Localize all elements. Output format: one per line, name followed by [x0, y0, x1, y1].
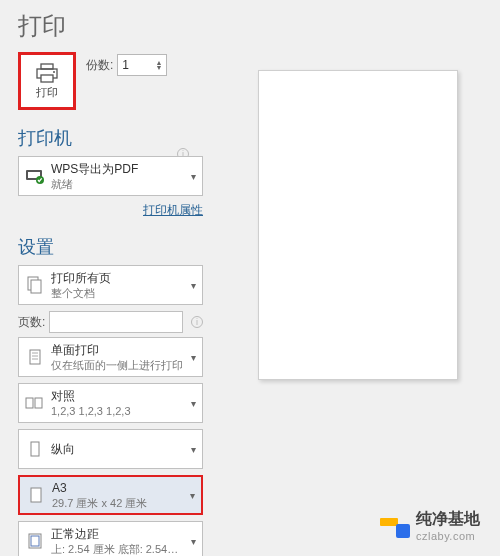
- copies-label: 份数:: [86, 57, 113, 74]
- chevron-down-icon: ▾: [184, 171, 202, 182]
- watermark-text: 纯净基地: [416, 509, 480, 530]
- print-button-label: 打印: [36, 85, 58, 100]
- svg-point-3: [53, 71, 55, 73]
- printer-name: WPS导出为PDF: [51, 162, 184, 177]
- chevron-down-icon: ▾: [183, 490, 201, 501]
- watermark-url: czlaby.com: [416, 530, 480, 542]
- paper-sub: 29.7 厘米 x 42 厘米: [52, 496, 183, 510]
- svg-rect-2: [41, 75, 53, 82]
- orientation-select[interactable]: 纵向 ▾: [18, 429, 203, 469]
- paper-icon: [20, 485, 52, 505]
- printer-section-title: 打印机: [18, 126, 203, 150]
- margins-icon: [19, 531, 51, 551]
- print-range-title: 打印所有页: [51, 271, 184, 286]
- page-title: 打印: [18, 10, 203, 42]
- print-button[interactable]: 打印: [18, 52, 76, 110]
- chevron-down-icon: ▾: [184, 444, 202, 455]
- print-range-sub: 整个文档: [51, 286, 184, 300]
- printer-status: 就绪: [51, 177, 184, 191]
- margins-title: 正常边距: [51, 527, 184, 542]
- printer-ok-icon: [19, 167, 51, 185]
- page-preview: [258, 70, 458, 380]
- spinner-icon[interactable]: ▲▼: [155, 60, 162, 70]
- duplex-title: 单面打印: [51, 343, 184, 358]
- print-range-select[interactable]: 打印所有页 整个文档 ▾: [18, 265, 203, 305]
- svg-rect-13: [26, 398, 33, 408]
- margins-select[interactable]: 正常边距 上: 2.54 厘米 底部: 2.54… ▾: [18, 521, 203, 556]
- chevron-down-icon: ▾: [184, 398, 202, 409]
- printer-select[interactable]: WPS导出为PDF 就绪 ▾: [18, 156, 203, 196]
- collate-sub: 1,2,3 1,2,3 1,2,3: [51, 404, 184, 418]
- svg-rect-16: [31, 488, 41, 502]
- chevron-down-icon: ▾: [184, 536, 202, 547]
- printer-icon: [35, 63, 59, 83]
- svg-rect-9: [30, 350, 40, 364]
- svg-rect-14: [35, 398, 42, 408]
- svg-rect-0: [41, 64, 53, 69]
- margins-sub: 上: 2.54 厘米 底部: 2.54…: [51, 542, 184, 556]
- paper-title: A3: [52, 481, 183, 496]
- collate-icon: [19, 393, 51, 413]
- svg-rect-15: [31, 442, 39, 456]
- collate-select[interactable]: 对照 1,2,3 1,2,3 1,2,3 ▾: [18, 383, 203, 423]
- paper-size-select[interactable]: A3 29.7 厘米 x 42 厘米 ▾: [18, 475, 203, 515]
- copies-value: 1: [122, 58, 129, 72]
- pages-label: 页数:: [18, 314, 45, 331]
- collate-title: 对照: [51, 389, 184, 404]
- single-side-icon: [19, 347, 51, 367]
- pages-icon: [19, 275, 51, 295]
- portrait-icon: [19, 439, 51, 459]
- duplex-sub: 仅在纸面的一侧上进行打印: [51, 358, 184, 372]
- settings-section-title: 设置: [18, 235, 203, 259]
- chevron-down-icon: ▾: [184, 280, 202, 291]
- printer-properties-link[interactable]: 打印机属性: [143, 203, 203, 217]
- copies-stepper[interactable]: 1 ▲▼: [117, 54, 167, 76]
- svg-rect-8: [31, 280, 41, 293]
- duplex-select[interactable]: 单面打印 仅在纸面的一侧上进行打印 ▾: [18, 337, 203, 377]
- orientation-title: 纵向: [51, 442, 184, 457]
- watermark: 纯净基地 czlaby.com: [380, 509, 480, 542]
- watermark-logo-icon: [380, 514, 410, 538]
- chevron-down-icon: ▾: [184, 352, 202, 363]
- info-icon[interactable]: i: [191, 316, 203, 328]
- pages-input[interactable]: [49, 311, 183, 333]
